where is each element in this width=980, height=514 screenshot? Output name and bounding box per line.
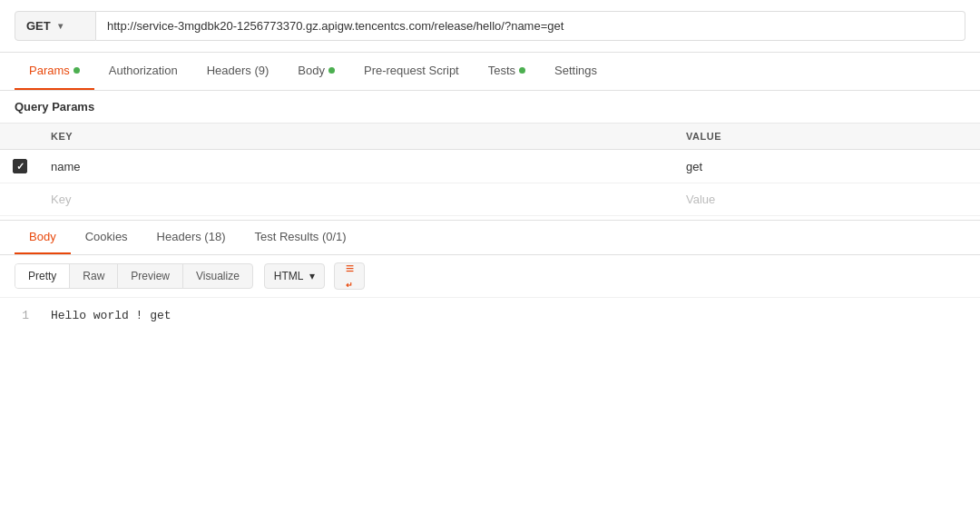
resp-tab-body[interactable]: Body	[15, 221, 71, 254]
empty-value-cell[interactable]: Value	[675, 183, 980, 216]
params-dot	[74, 67, 80, 74]
tab-authorization[interactable]: Authorization	[94, 53, 192, 90]
resp-tab-cookies[interactable]: Cookies	[71, 221, 142, 254]
format-type-select[interactable]: HTML ▾	[264, 263, 325, 289]
params-table-header-row: KEY VALUE	[0, 124, 980, 150]
tab-pre-request[interactable]: Pre-request Script	[349, 53, 474, 90]
resp-tab-test-results[interactable]: Test Results (0/1)	[240, 221, 360, 254]
url-input[interactable]	[96, 11, 965, 41]
format-buttons: Pretty Raw Preview Visualize	[15, 263, 253, 289]
checkbox-checked[interactable]	[13, 159, 27, 173]
row-checkbox-cell	[0, 150, 40, 183]
wrap-icon: ≡↵	[346, 262, 352, 291]
url-bar: GET ▾	[0, 0, 980, 53]
request-tabs: Params Authorization Headers (9) Body Pr…	[0, 53, 980, 91]
params-table: KEY VALUE name get Key Value	[0, 124, 980, 216]
resp-tab-headers[interactable]: Headers (18)	[142, 221, 240, 254]
table-row: name get	[0, 150, 980, 183]
fmt-btn-raw[interactable]: Raw	[70, 264, 118, 288]
fmt-btn-preview[interactable]: Preview	[118, 264, 183, 288]
empty-key-cell[interactable]: Key	[40, 183, 675, 216]
query-params-header: Query Params	[0, 91, 980, 124]
method-select[interactable]: GET ▾	[15, 11, 96, 41]
line-content: Hello world ! get	[51, 309, 172, 322]
code-output: 1 Hello world ! get	[0, 298, 980, 333]
tests-dot	[519, 67, 525, 74]
body-dot	[328, 67, 335, 74]
format-bar: Pretty Raw Preview Visualize HTML ▾ ≡↵	[0, 255, 980, 298]
tab-tests[interactable]: Tests	[474, 53, 540, 90]
response-tabs: Body Cookies Headers (18) Test Results (…	[0, 220, 980, 255]
line-number: 1	[15, 309, 29, 322]
col-header-key: KEY	[40, 124, 675, 150]
tab-params[interactable]: Params	[15, 53, 94, 90]
tab-headers[interactable]: Headers (9)	[192, 53, 284, 90]
fmt-btn-pretty[interactable]: Pretty	[15, 264, 70, 288]
method-chevron: ▾	[58, 21, 63, 31]
fmt-btn-visualize[interactable]: Visualize	[183, 264, 252, 288]
method-label: GET	[26, 19, 51, 33]
code-line: 1 Hello world ! get	[15, 309, 965, 322]
tab-settings[interactable]: Settings	[540, 53, 612, 90]
tab-body[interactable]: Body	[283, 53, 349, 90]
checkbox-wrapper	[11, 159, 29, 173]
col-header-value: VALUE	[675, 124, 980, 150]
table-row-empty: Key Value	[0, 183, 980, 216]
empty-checkbox-cell	[0, 183, 40, 216]
row-value-cell[interactable]: get	[675, 150, 980, 183]
row-key-cell[interactable]: name	[40, 150, 675, 183]
col-header-check	[0, 124, 40, 150]
wrap-button[interactable]: ≡↵	[334, 262, 365, 290]
format-chevron: ▾	[309, 270, 315, 282]
